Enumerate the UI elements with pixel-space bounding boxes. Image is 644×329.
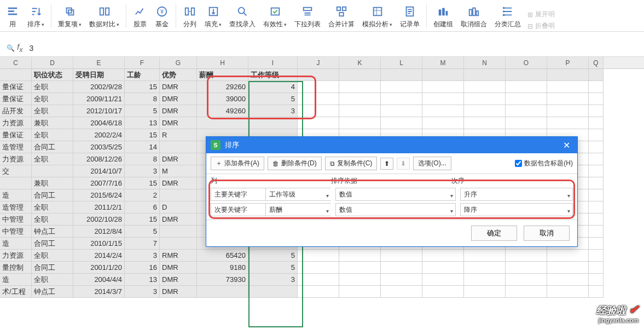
empty-cell[interactable] (298, 105, 339, 117)
data-cell[interactable]: 2002/10/28 (73, 213, 125, 226)
column-header-E[interactable]: E (73, 57, 125, 68)
empty-cell[interactable] (381, 117, 422, 129)
empty-cell[interactable] (589, 153, 604, 165)
data-cell[interactable]: 全职 (32, 105, 73, 117)
data-cell[interactable]: 力资源 (0, 153, 32, 165)
data-cell[interactable]: 49260 (197, 105, 248, 117)
data-cell[interactable]: 8 (125, 153, 160, 165)
empty-cell[interactable] (506, 274, 547, 286)
data-cell[interactable]: 15 (125, 177, 160, 189)
empty-cell[interactable] (422, 69, 464, 81)
data-cell[interactable]: 3 (125, 286, 160, 298)
cancel-button[interactable]: 取消 (524, 226, 570, 241)
empty-cell[interactable] (589, 250, 604, 262)
data-cell[interactable]: 14 (125, 141, 160, 153)
empty-cell[interactable] (589, 129, 604, 141)
data-cell[interactable]: 全职 (32, 201, 73, 213)
empty-cell[interactable] (298, 81, 339, 93)
column-header-G[interactable]: G (160, 57, 197, 68)
empty-cell[interactable] (339, 93, 381, 105)
data-cell[interactable]: 钟点工 (32, 226, 73, 238)
data-cell[interactable]: 2009/11/21 (73, 93, 125, 105)
empty-cell[interactable] (464, 286, 506, 298)
formula-value[interactable]: 3 (26, 44, 33, 53)
empty-cell[interactable] (547, 93, 589, 105)
data-cell[interactable] (0, 177, 32, 189)
data-cell[interactable]: 2014/3/7 (73, 286, 125, 298)
header-cell[interactable] (0, 69, 32, 81)
column-header-Q[interactable]: Q (589, 57, 604, 68)
data-cell[interactable]: D (160, 201, 197, 213)
data-cell[interactable]: 全职 (32, 274, 73, 286)
column-header-C[interactable]: C (0, 57, 32, 68)
data-cell[interactable]: DMR (160, 274, 197, 286)
empty-cell[interactable] (381, 250, 422, 262)
data-cell[interactable]: 力资源 (0, 250, 32, 262)
data-cell[interactable]: 全职 (32, 153, 73, 165)
empty-cell[interactable] (339, 274, 381, 286)
data-cell[interactable]: DMR (160, 177, 197, 189)
data-cell[interactable]: 2008/12/26 (73, 153, 125, 165)
empty-cell[interactable] (464, 93, 506, 105)
data-cell[interactable]: 3 (248, 274, 298, 286)
data-cell[interactable] (32, 165, 73, 177)
data-cell[interactable]: 2003/5/25 (73, 141, 125, 153)
empty-cell[interactable] (422, 105, 464, 117)
empty-cell[interactable] (464, 117, 506, 129)
empty-cell[interactable] (547, 69, 589, 81)
data-cell[interactable]: 造 (0, 189, 32, 201)
data-cell[interactable]: 全职 (32, 250, 73, 262)
empty-cell[interactable] (381, 105, 422, 117)
empty-cell[interactable] (298, 274, 339, 286)
data-cell[interactable]: 量保证 (0, 93, 32, 105)
empty-cell[interactable] (589, 286, 604, 298)
data-cell[interactable]: 2007/7/16 (73, 177, 125, 189)
column-header-O[interactable]: O (506, 57, 547, 68)
empty-cell[interactable] (506, 69, 547, 81)
empty-cell[interactable] (589, 117, 604, 129)
data-cell[interactable]: 13 (125, 274, 160, 286)
header-checkbox[interactable]: 数据包含标题(H) (515, 159, 573, 168)
data-cell[interactable] (160, 238, 197, 250)
data-cell[interactable]: 3 (125, 250, 160, 262)
data-cell[interactable]: 2011/2/1 (73, 201, 125, 213)
empty-cell[interactable] (381, 69, 422, 81)
empty-cell[interactable] (298, 117, 339, 129)
data-cell[interactable]: 2001/1/20 (73, 262, 125, 274)
data-cell[interactable]: 9180 (197, 262, 248, 274)
data-cell[interactable] (197, 286, 248, 298)
empty-cell[interactable] (298, 69, 339, 81)
empty-cell[interactable] (547, 81, 589, 93)
data-cell[interactable]: 2 (125, 189, 160, 201)
sort-basis-select[interactable]: 数值 (335, 203, 456, 216)
data-cell[interactable]: R (160, 129, 197, 141)
empty-cell[interactable] (547, 286, 589, 298)
empty-cell[interactable] (339, 105, 381, 117)
data-cell[interactable]: 16 (125, 262, 160, 274)
ribbon-fund[interactable]: ¥基金 (152, 3, 172, 31)
data-cell[interactable]: 力资源 (0, 117, 32, 129)
copy-condition-button[interactable]: ⧉复制条件(C) (325, 157, 378, 170)
data-cell[interactable]: 造管理 (0, 141, 32, 153)
data-cell[interactable]: 3 (248, 105, 298, 117)
delete-condition-button[interactable]: 🗑删除条件(D) (268, 157, 322, 170)
header-cell[interactable]: 工龄 (125, 69, 160, 81)
data-cell[interactable]: 2014/2/4 (73, 250, 125, 262)
empty-cell[interactable] (339, 69, 381, 81)
data-cell[interactable]: 15 (125, 213, 160, 226)
empty-cell[interactable] (464, 81, 506, 93)
data-cell[interactable]: 15 (125, 129, 160, 141)
column-header-F[interactable]: F (125, 57, 160, 68)
data-cell[interactable]: 量保证 (0, 129, 32, 141)
data-cell[interactable]: 2010/1/15 (73, 238, 125, 250)
column-header-K[interactable]: K (339, 57, 381, 68)
data-cell[interactable]: 5 (125, 226, 160, 238)
data-cell[interactable]: 合同工 (32, 238, 73, 250)
data-cell[interactable]: RMR (160, 250, 197, 262)
empty-cell[interactable] (589, 105, 604, 117)
data-cell[interactable]: DMR (160, 213, 197, 226)
empty-cell[interactable] (506, 81, 547, 93)
empty-cell[interactable] (464, 262, 506, 274)
data-cell[interactable]: 造 (0, 238, 32, 250)
data-cell[interactable]: 2014/10/7 (73, 165, 125, 177)
